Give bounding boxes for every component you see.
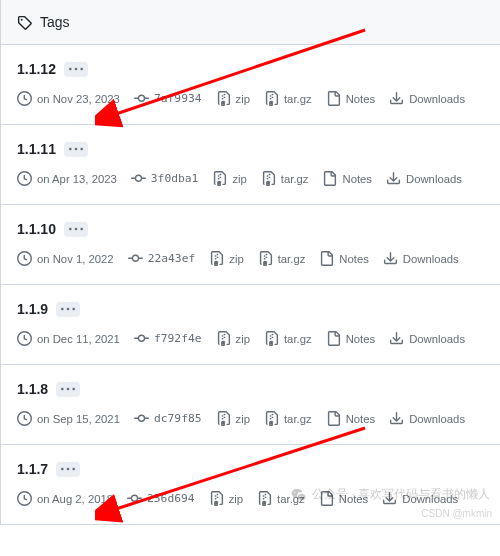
tags-panel: Tags 1.1.12 on Nov 23, 2023 7af9934 zip bbox=[0, 0, 500, 525]
commit-icon bbox=[134, 411, 149, 426]
wechat-icon bbox=[291, 487, 307, 503]
more-menu-button[interactable] bbox=[64, 222, 88, 237]
downloads-link[interactable]: Downloads bbox=[386, 171, 462, 186]
tag-meta-row: on Sep 15, 2021 dc79f85 zip tar.gz Notes… bbox=[17, 411, 484, 426]
downloads-link[interactable]: Downloads bbox=[389, 331, 465, 346]
tag-meta-row: on Nov 1, 2022 22a43ef zip tar.gz Notes … bbox=[17, 251, 484, 266]
clock-icon bbox=[17, 491, 32, 506]
download-targz-link[interactable]: tar.gz bbox=[258, 251, 306, 266]
download-zip-link[interactable]: zip bbox=[212, 171, 246, 186]
commit-link[interactable]: 7af9934 bbox=[134, 91, 202, 106]
tag-title-row: 1.1.12 bbox=[17, 61, 484, 77]
zip-icon bbox=[216, 411, 231, 426]
dots-icon bbox=[61, 462, 75, 476]
zip-icon bbox=[257, 491, 272, 506]
clock-icon bbox=[17, 171, 32, 186]
tag-date[interactable]: on Apr 13, 2023 bbox=[17, 171, 117, 186]
commit-link[interactable]: 22a43ef bbox=[128, 251, 196, 266]
download-zip-link[interactable]: zip bbox=[216, 411, 250, 426]
clock-icon bbox=[17, 251, 32, 266]
tag-item: 1.1.12 on Nov 23, 2023 7af9934 zip tar.g… bbox=[1, 45, 500, 125]
watermark-line-1: 公众号 · 喜欢写代码与看书的懒人 bbox=[291, 486, 490, 503]
tag-meta-row: on Dec 11, 2021 f792f4e zip tar.gz Notes… bbox=[17, 331, 484, 346]
download-zip-link[interactable]: zip bbox=[209, 251, 243, 266]
downloads-link[interactable]: Downloads bbox=[389, 411, 465, 426]
dots-icon bbox=[69, 222, 83, 236]
commit-link[interactable]: dc79f85 bbox=[134, 411, 202, 426]
notes-icon bbox=[326, 331, 341, 346]
download-zip-link[interactable]: zip bbox=[216, 331, 250, 346]
tag-date[interactable]: on Nov 23, 2023 bbox=[17, 91, 120, 106]
download-icon bbox=[389, 91, 404, 106]
commit-link[interactable]: f792f4e bbox=[134, 331, 202, 346]
tag-date[interactable]: on Nov 1, 2022 bbox=[17, 251, 114, 266]
downloads-link[interactable]: Downloads bbox=[383, 251, 459, 266]
download-icon bbox=[389, 411, 404, 426]
commit-link[interactable]: 3f0dba1 bbox=[131, 171, 199, 186]
more-menu-button[interactable] bbox=[64, 62, 88, 77]
zip-icon bbox=[216, 91, 231, 106]
more-menu-button[interactable] bbox=[56, 462, 80, 477]
zip-icon bbox=[216, 331, 231, 346]
download-zip-link[interactable]: zip bbox=[216, 91, 250, 106]
notes-link[interactable]: Notes bbox=[326, 331, 376, 346]
clock-icon bbox=[17, 411, 32, 426]
clock-icon bbox=[17, 91, 32, 106]
download-targz-link[interactable]: tar.gz bbox=[264, 91, 312, 106]
tag-item: 1.1.8 on Sep 15, 2021 dc79f85 zip tar.gz bbox=[1, 365, 500, 445]
zip-icon bbox=[264, 91, 279, 106]
tag-item: 1.1.10 on Nov 1, 2022 22a43ef zip tar.gz bbox=[1, 205, 500, 285]
tag-icon bbox=[17, 15, 32, 30]
download-icon bbox=[389, 331, 404, 346]
tag-title-row: 1.1.11 bbox=[17, 141, 484, 157]
zip-icon bbox=[209, 491, 224, 506]
zip-icon bbox=[258, 251, 273, 266]
commit-icon bbox=[127, 491, 142, 506]
download-icon bbox=[383, 251, 398, 266]
notes-link[interactable]: Notes bbox=[322, 171, 372, 186]
commit-icon bbox=[134, 91, 149, 106]
tag-item: 1.1.9 on Dec 11, 2021 f792f4e zip tar.gz bbox=[1, 285, 500, 365]
tag-name-link[interactable]: 1.1.8 bbox=[17, 381, 48, 397]
commit-icon bbox=[131, 171, 146, 186]
tag-name-link[interactable]: 1.1.12 bbox=[17, 61, 56, 77]
notes-link[interactable]: Notes bbox=[326, 91, 376, 106]
notes-link[interactable]: Notes bbox=[326, 411, 376, 426]
tag-title-row: 1.1.9 bbox=[17, 301, 484, 317]
tag-meta-row: on Apr 13, 2023 3f0dba1 zip tar.gz Notes… bbox=[17, 171, 484, 186]
tag-name-link[interactable]: 1.1.7 bbox=[17, 461, 48, 477]
tag-date[interactable]: on Aug 2, 2018 bbox=[17, 491, 113, 506]
download-targz-link[interactable]: tar.gz bbox=[264, 331, 312, 346]
notes-link[interactable]: Notes bbox=[319, 251, 369, 266]
download-icon bbox=[386, 171, 401, 186]
download-targz-link[interactable]: tar.gz bbox=[264, 411, 312, 426]
download-targz-link[interactable]: tar.gz bbox=[261, 171, 309, 186]
tag-title-row: 1.1.10 bbox=[17, 221, 484, 237]
commit-icon bbox=[134, 331, 149, 346]
notes-icon bbox=[319, 251, 334, 266]
zip-icon bbox=[209, 251, 224, 266]
tag-date[interactable]: on Sep 15, 2021 bbox=[17, 411, 120, 426]
downloads-link[interactable]: Downloads bbox=[389, 91, 465, 106]
download-zip-link[interactable]: zip bbox=[209, 491, 243, 506]
dots-icon bbox=[69, 142, 83, 156]
tag-date[interactable]: on Dec 11, 2021 bbox=[17, 331, 120, 346]
commit-link[interactable]: 256d694 bbox=[127, 491, 195, 506]
dots-icon bbox=[61, 302, 75, 316]
more-menu-button[interactable] bbox=[56, 302, 80, 317]
tag-name-link[interactable]: 1.1.10 bbox=[17, 221, 56, 237]
dots-icon bbox=[61, 382, 75, 396]
tag-name-link[interactable]: 1.1.11 bbox=[17, 141, 56, 157]
tags-list: 1.1.12 on Nov 23, 2023 7af9934 zip tar.g… bbox=[1, 45, 500, 525]
tag-item: 1.1.11 on Apr 13, 2023 3f0dba1 zip tar.g… bbox=[1, 125, 500, 205]
tags-header: Tags bbox=[1, 0, 500, 45]
zip-icon bbox=[212, 171, 227, 186]
notes-icon bbox=[326, 91, 341, 106]
notes-icon bbox=[326, 411, 341, 426]
more-menu-button[interactable] bbox=[56, 382, 80, 397]
zip-icon bbox=[264, 411, 279, 426]
tags-header-label: Tags bbox=[40, 14, 70, 30]
more-menu-button[interactable] bbox=[64, 142, 88, 157]
dots-icon bbox=[69, 62, 83, 76]
tag-name-link[interactable]: 1.1.9 bbox=[17, 301, 48, 317]
